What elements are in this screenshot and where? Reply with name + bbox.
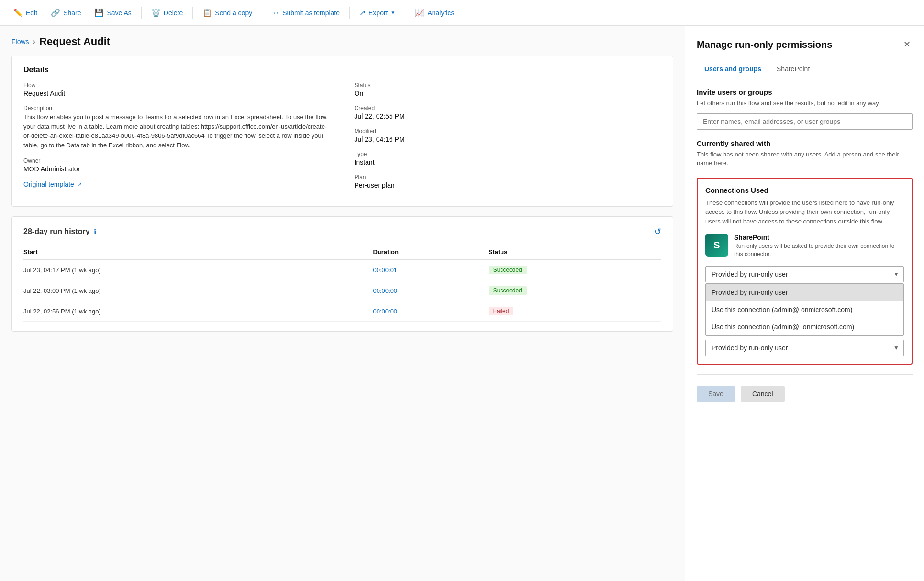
- breadcrumb-flows-link[interactable]: Flows: [11, 38, 29, 45]
- sharepoint-connector-row: S SharePoint Run-only users will be aske…: [705, 234, 904, 258]
- owner-value: MOD Administrator: [23, 165, 331, 173]
- toolbar-edit[interactable]: ✏️ Edit: [8, 5, 43, 20]
- type-field: Type Instant: [355, 151, 662, 166]
- modified-value: Jul 23, 04:16 PM: [355, 135, 662, 143]
- connector-info: SharePoint Run-only users will be asked …: [734, 234, 904, 258]
- original-template-link[interactable]: Original template ↗: [23, 180, 331, 188]
- toolbar-analytics[interactable]: 📈 Analytics: [409, 5, 460, 20]
- currently-shared-desc: This flow has not been shared with any u…: [697, 150, 913, 168]
- toolbar-separator-1: [141, 7, 142, 19]
- toolbar-separator-4: [349, 7, 350, 19]
- left-panel: Flows › Request Audit Details Flow Reque…: [0, 26, 685, 581]
- plan-label: Plan: [355, 174, 662, 180]
- row-status: Succeeded: [489, 280, 661, 301]
- bottom-separator: [697, 374, 913, 375]
- tab-sharepoint[interactable]: SharePoint: [769, 61, 817, 78]
- status-field: Status On: [355, 82, 662, 97]
- plan-value: Per-user plan: [355, 181, 662, 189]
- table-header-row: Start Duration Status: [23, 245, 661, 260]
- status-value: On: [355, 89, 662, 97]
- details-right-col: Status On Created Jul 22, 02:55 PM Modif…: [343, 82, 662, 197]
- status-badge: Succeeded: [489, 286, 527, 295]
- export-chevron-icon: ▼: [390, 10, 395, 15]
- toolbar-delete[interactable]: 🗑️ Delete: [145, 5, 189, 20]
- row-status: Succeeded: [489, 260, 661, 280]
- row-duration: 00:00:00: [373, 280, 488, 301]
- toolbar-share[interactable]: 🔗 Share: [45, 5, 87, 20]
- toolbar-separator-3: [262, 7, 262, 19]
- toolbar-save-as[interactable]: 💾 Save As: [89, 5, 137, 20]
- plan-field: Plan Per-user plan: [355, 174, 662, 189]
- row-start: Jul 22, 03:00 PM (1 wk ago): [23, 280, 373, 301]
- col-duration: Duration: [373, 245, 488, 260]
- toolbar-submit-template[interactable]: ↔ Submit as template: [266, 6, 345, 20]
- row-start: Jul 22, 02:56 PM (1 wk ago): [23, 301, 373, 322]
- dropdown-open-overlay: Provided by run-only user Use this conne…: [705, 283, 904, 336]
- currently-shared-title: Currently shared with: [697, 139, 913, 147]
- breadcrumb-chevron-icon: ›: [33, 37, 35, 46]
- toolbar-send-copy[interactable]: 📋 Send a copy: [197, 5, 258, 20]
- connection-dropdown[interactable]: Provided by run-only user Use this conne…: [705, 266, 904, 282]
- toolbar: ✏️ Edit 🔗 Share 💾 Save As 🗑️ Delete 📋 Se…: [0, 0, 924, 26]
- table-row[interactable]: Jul 22, 02:56 PM (1 wk ago) 00:00:00 Fai…: [23, 301, 661, 322]
- right-panel: Manage run-only permissions ✕ Users and …: [685, 26, 924, 581]
- original-template-label: Original template: [23, 180, 74, 188]
- save-as-icon: 💾: [94, 8, 104, 17]
- breadcrumb: Flows › Request Audit: [11, 35, 673, 48]
- export-icon: ↗: [359, 8, 366, 17]
- owner-label: Owner: [23, 157, 331, 164]
- col-status: Status: [489, 245, 661, 260]
- created-value: Jul 22, 02:55 PM: [355, 112, 662, 120]
- created-field: Created Jul 22, 02:55 PM: [355, 105, 662, 120]
- details-left-col: Flow Request Audit Description This flow…: [23, 82, 343, 197]
- save-button[interactable]: Save: [697, 386, 735, 402]
- info-icon[interactable]: ℹ: [94, 228, 96, 235]
- second-connection-dropdown[interactable]: Provided by run-only user Use this conne…: [705, 340, 904, 356]
- toolbar-separator-5: [405, 7, 405, 19]
- cancel-button[interactable]: Cancel: [741, 386, 785, 402]
- invite-section: Invite users or groups Let others run th…: [697, 88, 913, 139]
- table-row[interactable]: Jul 23, 04:17 PM (1 wk ago) 00:00:01 Suc…: [23, 260, 661, 280]
- analytics-icon: 📈: [415, 8, 424, 17]
- edit-icon: ✏️: [13, 8, 23, 17]
- toolbar-export[interactable]: ↗ Export ▼: [354, 5, 401, 20]
- currently-shared-section: Currently shared with This flow has not …: [697, 139, 913, 168]
- description-field: Description This flow enables you to pos…: [23, 105, 331, 150]
- col-start: Start: [23, 245, 373, 260]
- refresh-icon[interactable]: ↺: [654, 226, 661, 237]
- status-badge: Succeeded: [489, 266, 527, 274]
- connector-name: SharePoint: [734, 234, 904, 241]
- connections-desc: These connections will provide the users…: [705, 198, 904, 226]
- invite-title: Invite users or groups: [697, 88, 913, 96]
- delete-icon: 🗑️: [151, 8, 161, 17]
- run-history-table: Start Duration Status Jul 23, 04:17 PM (…: [23, 245, 661, 322]
- panel-footer: Save Cancel: [697, 382, 913, 402]
- modified-field: Modified Jul 23, 04:16 PM: [355, 128, 662, 143]
- owner-field: Owner MOD Administrator: [23, 157, 331, 173]
- run-history-actions: ↺: [654, 226, 661, 237]
- panel-header: Manage run-only permissions ✕: [697, 37, 913, 52]
- type-label: Type: [355, 151, 662, 157]
- dropdown-option-provided-by-run-only[interactable]: Provided by run-only user: [706, 284, 903, 301]
- created-label: Created: [355, 105, 662, 112]
- tab-users-groups[interactable]: Users and groups: [697, 61, 769, 78]
- table-row[interactable]: Jul 22, 03:00 PM (1 wk ago) 00:00:00 Suc…: [23, 280, 661, 301]
- flow-field: Flow Request Audit: [23, 82, 331, 97]
- invite-input[interactable]: [697, 113, 913, 130]
- send-copy-icon: 📋: [202, 8, 212, 17]
- type-value: Instant: [355, 158, 662, 166]
- toolbar-separator-2: [192, 7, 193, 19]
- connector-desc: Run-only users will be asked to provide …: [734, 242, 904, 258]
- row-start: Jul 23, 04:17 PM (1 wk ago): [23, 260, 373, 280]
- description-value: This flow enables you to post a message …: [23, 112, 331, 150]
- close-button[interactable]: ✕: [902, 37, 913, 52]
- row-duration: 00:00:01: [373, 260, 488, 280]
- row-status: Failed: [489, 301, 661, 322]
- run-history-header: 28-day run history ℹ ↺: [23, 226, 661, 237]
- details-card: Details Flow Request Audit Description T…: [11, 56, 673, 207]
- panel-title: Manage run-only permissions: [697, 39, 832, 50]
- dropdown-option-use-connection-1[interactable]: Use this connection (admin@ onmicrosoft.…: [706, 301, 903, 318]
- page-title: Request Audit: [39, 35, 110, 48]
- dropdown-option-use-connection-2[interactable]: Use this connection (admin@ .onmicrosoft…: [706, 318, 903, 335]
- flow-label: Flow: [23, 82, 331, 89]
